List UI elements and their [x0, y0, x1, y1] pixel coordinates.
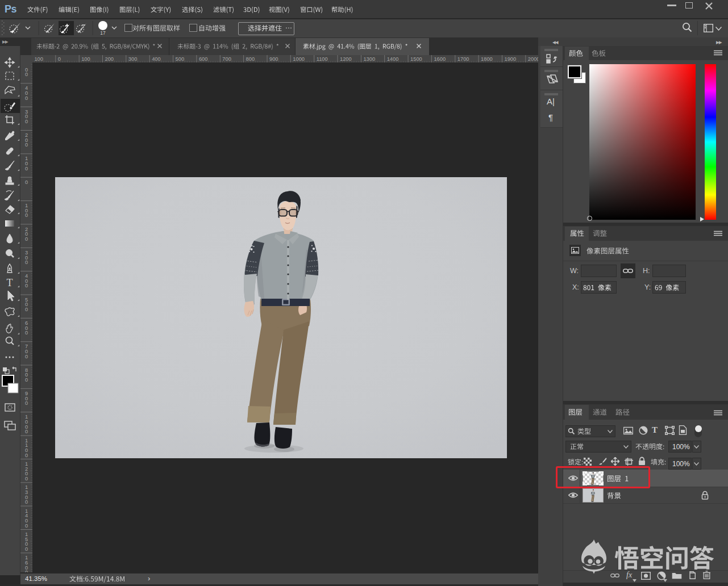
svg-text:0: 0 — [25, 307, 28, 312]
svg-text:0: 0 — [25, 119, 28, 124]
svg-text:0: 0 — [58, 56, 61, 62]
svg-text:0: 0 — [25, 72, 28, 77]
svg-text:0: 0 — [25, 377, 28, 383]
svg-text:400: 400 — [152, 56, 161, 62]
svg-text:1100: 1100 — [317, 56, 328, 62]
svg-text:0: 0 — [25, 354, 28, 359]
svg-text:0: 0 — [25, 523, 28, 529]
svg-text:0: 0 — [25, 330, 28, 336]
svg-text:1500: 1500 — [410, 56, 422, 62]
svg-text:1600: 1600 — [434, 56, 446, 62]
svg-text:900: 900 — [269, 56, 278, 62]
svg-text:0: 0 — [25, 283, 28, 288]
svg-text:1800: 1800 — [481, 56, 493, 62]
svg-text:300: 300 — [128, 56, 138, 62]
svg-text:0: 0 — [25, 142, 28, 148]
svg-text:17: 17 — [100, 30, 106, 36]
svg-text:2000: 2000 — [528, 56, 538, 62]
svg-text:0: 0 — [25, 166, 28, 171]
svg-text:0: 0 — [25, 429, 28, 434]
svg-text:200: 200 — [105, 56, 114, 62]
svg-text:0: 0 — [25, 212, 28, 218]
svg-text:0: 0 — [25, 499, 28, 505]
svg-text:1900: 1900 — [505, 56, 517, 62]
svg-text:1700: 1700 — [457, 56, 469, 62]
svg-text:1000: 1000 — [293, 56, 305, 62]
svg-text:700: 700 — [222, 56, 231, 62]
svg-text:0: 0 — [25, 400, 28, 406]
svg-text:1300: 1300 — [363, 56, 375, 62]
svg-text:0: 0 — [25, 546, 28, 552]
svg-text:800: 800 — [246, 56, 255, 62]
svg-text:100: 100 — [34, 56, 43, 62]
svg-text:0: 0 — [25, 453, 28, 458]
svg-text:100: 100 — [81, 56, 90, 62]
svg-text:0: 0 — [25, 476, 28, 482]
svg-text:500: 500 — [176, 56, 185, 62]
svg-text:0: 0 — [25, 236, 28, 242]
svg-text:0: 0 — [25, 570, 28, 572]
svg-text:1400: 1400 — [387, 56, 399, 62]
svg-text:0: 0 — [25, 95, 28, 101]
svg-text:0: 0 — [25, 179, 28, 185]
svg-text:1200: 1200 — [340, 56, 352, 62]
svg-text:600: 600 — [199, 56, 208, 62]
svg-text:0: 0 — [25, 259, 28, 265]
